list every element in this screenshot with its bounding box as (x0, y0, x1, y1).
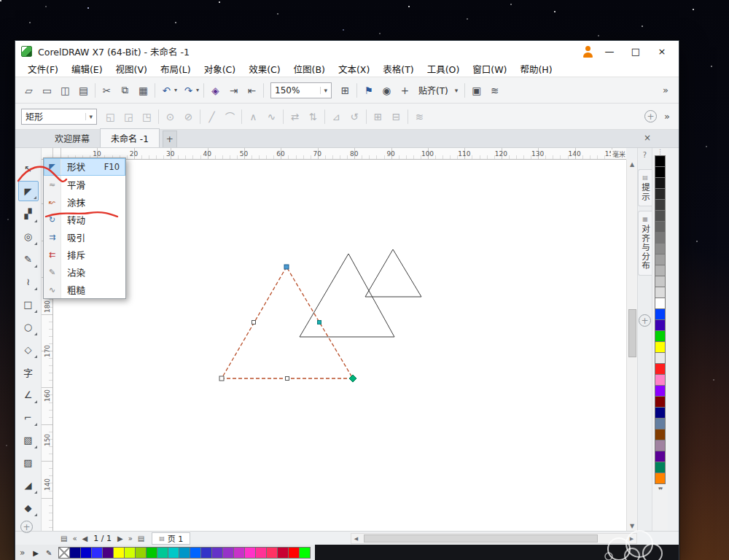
search-content-icon[interactable]: ◈ (206, 81, 225, 99)
color-swatch[interactable] (146, 547, 157, 559)
first-page-icon[interactable]: « (72, 534, 77, 542)
menu-layout[interactable]: 布局(L) (154, 61, 198, 77)
color-swatch[interactable] (69, 547, 81, 559)
toolbar-icon[interactable] (95, 83, 95, 98)
toolbar-overflow-button[interactable]: » (657, 85, 674, 96)
horizontal-scroll-track[interactable] (361, 534, 627, 543)
color-swatch[interactable] (244, 547, 256, 559)
color-swatch[interactable] (655, 341, 666, 353)
maximize-button[interactable]: □ (625, 46, 647, 57)
menu-bitmaps[interactable]: 位图(B) (287, 61, 332, 77)
interactive-fill-tool[interactable]: ◆ (18, 497, 39, 518)
palette-overflow-button[interactable]: » (15, 548, 29, 558)
scroll-up-icon[interactable]: ▲ (627, 161, 637, 168)
propbar-overflow-button[interactable]: » (664, 111, 674, 122)
snap-target-icon[interactable]: + (396, 81, 414, 99)
flyout-item-shape[interactable]: ◤ 形状 F10 (44, 158, 125, 176)
color-swatch[interactable] (266, 547, 278, 559)
color-swatch[interactable] (124, 547, 136, 559)
menu-window[interactable]: 窗口(W) (466, 61, 513, 77)
polygon-tool[interactable]: ◇ (18, 339, 39, 359)
menu-file[interactable]: 文件(F) (21, 61, 65, 77)
zoom-level-select[interactable]: 150% ▾ (270, 82, 332, 98)
color-swatch[interactable] (655, 254, 666, 265)
color-swatch[interactable] (135, 547, 147, 559)
color-swatch[interactable] (655, 265, 666, 276)
relative-corner-icon[interactable]: ⊘ (179, 107, 198, 125)
color-swatch[interactable] (277, 547, 289, 559)
color-swatch[interactable] (655, 276, 666, 287)
menu-tools[interactable]: 工具(O) (421, 61, 467, 77)
color-swatch[interactable] (655, 451, 666, 462)
artistic-media-tool[interactable]: ≀ (18, 271, 39, 292)
toolbar-icon[interactable] (155, 83, 155, 98)
color-swatch[interactable] (168, 547, 179, 559)
color-swatch[interactable] (655, 418, 666, 429)
docker-tab-hints[interactable]: ▤ 提示 (638, 169, 652, 206)
triangle-selected[interactable] (222, 267, 353, 378)
redo-dropdown-icon[interactable]: ▾ (194, 81, 201, 99)
propbar-icon[interactable] (408, 109, 408, 124)
color-swatch[interactable] (655, 287, 666, 298)
color-swatch[interactable] (655, 243, 666, 254)
flyout-item-smooth[interactable]: ≈ 平滑 (44, 176, 125, 193)
color-swatch[interactable] (179, 547, 190, 559)
drop-shadow-tool[interactable]: ▧ (18, 429, 39, 450)
corner-chamfer-icon[interactable]: ◳ (138, 107, 156, 125)
color-swatch[interactable] (211, 547, 223, 559)
copy-icon[interactable]: ⧉ (116, 81, 134, 99)
reflect-v-icon[interactable]: ⇅ (304, 107, 322, 125)
menu-view[interactable]: 视图(V) (109, 61, 154, 77)
close-document-button[interactable]: × (644, 133, 651, 143)
color-swatch[interactable] (655, 440, 666, 451)
palette-grip[interactable]: ⋮ (657, 149, 663, 154)
horizontal-ruler[interactable]: 102030405060708090100110120130140150 毫米 (53, 148, 626, 160)
page-view-icon[interactable]: ▤ (61, 534, 67, 542)
scroll-left-icon[interactable]: ◀ (351, 536, 361, 542)
menu-help[interactable]: 帮助(H) (513, 61, 558, 77)
page-tab[interactable]: ▤ 页 1 (152, 532, 190, 545)
color-swatch[interactable] (655, 352, 666, 364)
propbar-icon[interactable] (158, 109, 159, 124)
curve-smoothness-icon[interactable]: ≋ (410, 107, 429, 125)
tab-welcome[interactable]: 欢迎屏幕 (44, 129, 100, 147)
toolbar-icon[interactable] (263, 83, 264, 98)
color-swatch[interactable] (299, 547, 311, 559)
zoom-tool[interactable]: ◎ (18, 226, 39, 246)
undo-dropdown-icon[interactable]: ▾ (172, 81, 179, 99)
color-swatch[interactable] (288, 547, 300, 559)
drawing-canvas[interactable] (53, 160, 626, 531)
add-tool-button[interactable]: + (20, 521, 33, 533)
reduce-nodes-icon[interactable]: ⊟ (387, 107, 405, 125)
corner-round-icon[interactable]: ◱ (101, 107, 120, 125)
view-mode-icon[interactable]: ◉ (378, 81, 396, 99)
freehand-tool[interactable]: ✎ (18, 249, 39, 269)
propbar-add-button[interactable]: + (644, 110, 657, 122)
minimize-button[interactable]: — (599, 46, 620, 57)
color-swatch[interactable] (655, 319, 666, 331)
shape-tool[interactable]: ◤ (18, 181, 39, 201)
last-page-icon[interactable]: » (128, 534, 133, 542)
zoom-page-icon[interactable]: ⊞ (336, 81, 354, 99)
palette-edit-icon[interactable]: ✎ (42, 549, 55, 557)
import-icon[interactable]: ⇥ (225, 81, 243, 99)
tab-document[interactable]: 未命名 -1 (100, 128, 160, 147)
color-swatch[interactable] (655, 330, 666, 342)
user-account-icon[interactable] (582, 45, 594, 58)
color-swatch[interactable] (655, 232, 666, 244)
print-icon[interactable]: ▤ (74, 81, 93, 99)
flyout-item-smudge[interactable]: ✎ 沾染 (44, 263, 125, 281)
fullscreen-preview-icon[interactable]: ⚑ (359, 81, 378, 99)
toolbar-icon[interactable] (203, 83, 204, 98)
cusp-node-icon[interactable]: ∧ (244, 107, 262, 125)
toolbar-icon[interactable] (464, 83, 465, 98)
color-swatch[interactable] (102, 547, 114, 559)
color-swatch[interactable] (200, 547, 212, 559)
color-swatch[interactable] (655, 374, 666, 386)
docker-help-icon[interactable]: ? (643, 151, 647, 159)
menu-table[interactable]: 表格(T) (376, 61, 420, 77)
connector-tool[interactable]: ⌐ (18, 407, 39, 427)
color-swatch[interactable] (91, 547, 103, 559)
ellipse-tool[interactable]: ○ (18, 316, 39, 337)
save-icon[interactable]: ◫ (56, 81, 74, 99)
